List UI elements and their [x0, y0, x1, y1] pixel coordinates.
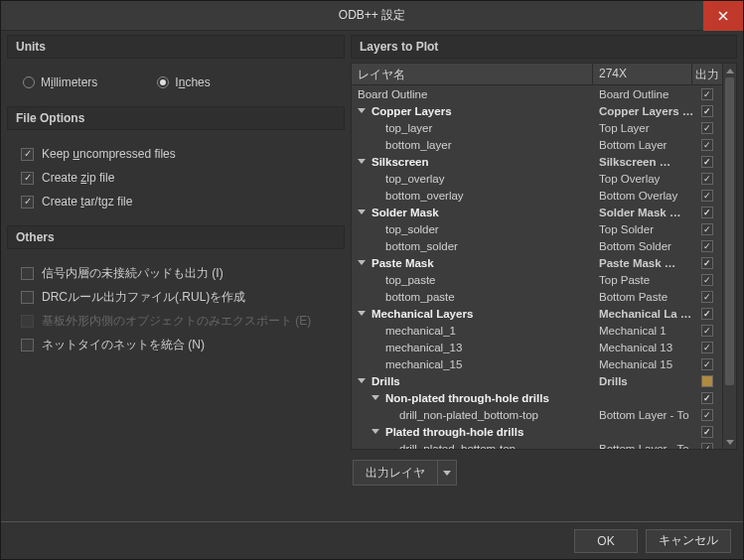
layer-name-cell: bottom_overlay: [385, 190, 464, 202]
table-row[interactable]: Paste MaskPaste Mask …: [352, 254, 722, 271]
scrollbar[interactable]: [722, 64, 736, 449]
layer-name-cell: Non-plated through-hole drills: [385, 392, 549, 404]
layer-274x-cell: Mechanical 13: [593, 342, 692, 353]
table-row[interactable]: bottom_pasteBottom Paste: [352, 288, 722, 305]
table-row[interactable]: Mechanical LayersMechanical La …: [352, 305, 722, 322]
layer-274x-cell: Silkscreen …: [593, 156, 692, 168]
output-checkbox[interactable]: [701, 207, 713, 218]
radio-icon: [23, 76, 35, 88]
column-output[interactable]: 出力: [692, 64, 722, 84]
output-checkbox[interactable]: [701, 240, 713, 252]
table-row[interactable]: drill_non-plated_bottom-topBottom Layer …: [352, 406, 722, 423]
output-checkbox[interactable]: [701, 190, 713, 202]
output-checkbox[interactable]: [701, 88, 713, 100]
scroll-up-button[interactable]: [723, 64, 736, 77]
output-checkbox[interactable]: [701, 325, 713, 337]
table-row[interactable]: bottom_solderBottom Solder: [352, 237, 722, 254]
checkbox-icon: [21, 315, 34, 328]
section-file-options-header: File Options: [7, 106, 345, 130]
expand-icon[interactable]: [372, 395, 379, 400]
output-layer-dropdown[interactable]: 出力レイヤ: [353, 460, 457, 486]
table-row[interactable]: drill_plated_bottom-topBottom Layer - To: [352, 440, 722, 449]
section-layers-header: Layers to Plot: [351, 35, 737, 59]
layer-name-cell: bottom_solder: [385, 240, 458, 252]
output-checkbox[interactable]: [701, 375, 713, 387]
layer-274x-cell: Bottom Layer - To: [593, 409, 692, 421]
expand-icon[interactable]: [358, 378, 366, 383]
check-unconnected-pads[interactable]: 信号内層の未接続パッドも出力 (I): [17, 261, 339, 285]
layer-name-cell: top_layer: [385, 122, 432, 134]
radio-icon: [157, 76, 169, 88]
window-title: ODB++ 設定: [339, 7, 405, 24]
output-checkbox[interactable]: [701, 342, 713, 353]
table-row[interactable]: bottom_overlayBottom Overlay: [352, 187, 722, 204]
expand-icon[interactable]: [358, 311, 366, 316]
output-checkbox[interactable]: [701, 122, 713, 134]
output-checkbox[interactable]: [701, 156, 713, 168]
table-row[interactable]: bottom_layerBottom Layer: [352, 136, 722, 153]
scroll-thumb[interactable]: [725, 77, 734, 385]
column-274x[interactable]: 274X: [593, 64, 692, 84]
close-button[interactable]: [703, 1, 743, 31]
cancel-button[interactable]: キャンセル: [646, 529, 731, 553]
checkbox-icon: [21, 291, 34, 304]
table-row[interactable]: Board OutlineBoard Outline: [352, 85, 722, 102]
output-checkbox[interactable]: [701, 173, 713, 185]
table-row[interactable]: Copper LayersCopper Layers …: [352, 102, 722, 119]
expand-icon[interactable]: [358, 108, 366, 113]
check-keep-uncompressed[interactable]: Keep uncompressed files: [17, 142, 339, 166]
table-row[interactable]: mechanical_1Mechanical 1: [352, 322, 722, 339]
layer-274x-cell: Bottom Paste: [593, 291, 692, 303]
output-checkbox[interactable]: [701, 426, 713, 438]
table-row[interactable]: Solder MaskSolder Mask …: [352, 204, 722, 220]
layer-name-cell: Copper Layers: [372, 105, 452, 117]
output-checkbox[interactable]: [701, 443, 713, 450]
table-row[interactable]: top_overlayTop Overlay: [352, 170, 722, 187]
radio-inches[interactable]: Inches: [157, 75, 210, 89]
check-drc-rule-file[interactable]: DRCルール出力ファイル(.RUL)を作成: [17, 285, 339, 309]
checkbox-icon: [21, 267, 34, 280]
scroll-track[interactable]: [723, 77, 736, 435]
output-checkbox[interactable]: [701, 409, 713, 421]
table-row[interactable]: top_solderTop Solder: [352, 220, 722, 237]
output-checkbox[interactable]: [701, 308, 713, 320]
table-row[interactable]: mechanical_13Mechanical 13: [352, 339, 722, 355]
output-checkbox[interactable]: [701, 223, 713, 235]
expand-icon[interactable]: [358, 159, 366, 164]
layer-274x-cell: Bottom Layer: [593, 139, 692, 151]
output-checkbox[interactable]: [701, 291, 713, 303]
table-row[interactable]: Plated through-hole drills: [352, 423, 722, 440]
table-row[interactable]: SilkscreenSilkscreen …: [352, 153, 722, 170]
table-row[interactable]: Non-plated through-hole drills: [352, 389, 722, 406]
output-checkbox[interactable]: [701, 392, 713, 404]
layer-name-cell: bottom_layer: [385, 139, 451, 151]
expand-icon[interactable]: [358, 210, 366, 214]
layer-274x-cell: Mechanical 1: [593, 325, 692, 337]
expand-icon[interactable]: [358, 260, 366, 265]
column-layer-name[interactable]: レイヤ名: [352, 64, 593, 84]
output-checkbox[interactable]: [701, 274, 713, 286]
table-row[interactable]: DrillsDrills: [352, 372, 722, 389]
output-checkbox[interactable]: [701, 358, 713, 370]
titlebar: ODB++ 設定: [1, 1, 743, 31]
check-create-tar[interactable]: Create tar/tgz file: [17, 190, 339, 213]
table-row[interactable]: mechanical_15Mechanical 15: [352, 355, 722, 372]
layer-274x-cell: Bottom Solder: [593, 240, 692, 252]
layer-274x-cell: Bottom Overlay: [593, 190, 692, 202]
output-checkbox[interactable]: [701, 139, 713, 151]
layers-table: レイヤ名 274X 出力 Board OutlineBoard OutlineC…: [351, 63, 737, 450]
layer-name-cell: Paste Mask: [372, 257, 434, 269]
ok-button[interactable]: OK: [574, 529, 638, 553]
check-merge-nettie[interactable]: ネットタイのネットを統合 (N): [17, 333, 339, 356]
radio-millimeters[interactable]: Millimeters: [23, 75, 97, 89]
layer-name-cell: mechanical_15: [385, 358, 462, 370]
table-row[interactable]: top_pasteTop Paste: [352, 271, 722, 288]
layer-274x-cell: Solder Mask …: [593, 207, 692, 218]
table-row[interactable]: top_layerTop Layer: [352, 119, 722, 136]
expand-icon[interactable]: [372, 429, 379, 434]
check-create-zip[interactable]: Create zip file: [17, 166, 339, 190]
output-checkbox[interactable]: [701, 257, 713, 269]
layer-name-cell: top_solder: [385, 223, 439, 235]
scroll-down-button[interactable]: [723, 435, 736, 449]
output-checkbox[interactable]: [701, 105, 713, 117]
